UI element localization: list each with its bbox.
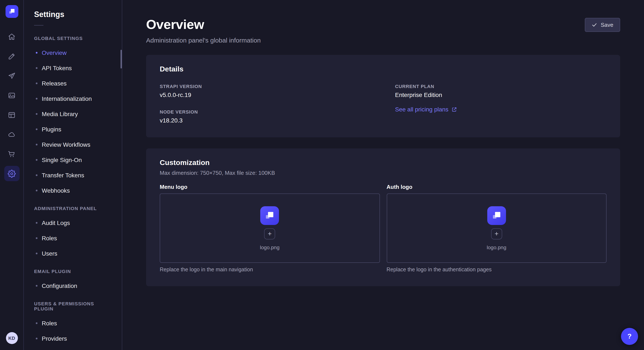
customization-card: Customization Max dimension: 750×750, Ma… bbox=[146, 149, 620, 286]
menu-logo-add-button[interactable]: + bbox=[264, 228, 275, 239]
scrollbar-thumb[interactable] bbox=[120, 50, 122, 68]
releases-icon[interactable] bbox=[4, 68, 20, 83]
menu-logo-dropzone[interactable]: + logo.png bbox=[160, 193, 380, 263]
bullet-dot bbox=[36, 67, 38, 69]
sidebar-item-label: Releases bbox=[42, 80, 67, 87]
bullet-dot bbox=[36, 98, 38, 100]
bullet-dot bbox=[36, 113, 38, 115]
section-label: GLOBAL SETTINGS bbox=[24, 36, 122, 41]
cloud-icon[interactable] bbox=[4, 127, 20, 142]
main-nav-rail: KD bbox=[0, 0, 24, 350]
details-column-left: STRAPI VERSION v5.0.0-rc.19 NODE VERSION… bbox=[160, 84, 371, 124]
bullet-dot bbox=[36, 285, 38, 287]
sidebar-item-plugins[interactable]: Plugins bbox=[24, 122, 122, 137]
strapi-mark-icon bbox=[491, 210, 502, 221]
subnav-header: Settings bbox=[24, 0, 122, 25]
check-icon bbox=[592, 22, 597, 28]
sidebar-item-label: Review Workflows bbox=[42, 141, 90, 148]
customization-card-subtitle: Max dimension: 750×750, Max file size: 1… bbox=[160, 170, 606, 176]
sidebar-item-transfer-tokens[interactable]: Transfer Tokens bbox=[24, 168, 122, 183]
strapi-logo[interactable] bbox=[5, 5, 18, 18]
node-version-field: NODE VERSION v18.20.3 bbox=[160, 109, 371, 124]
sidebar-item-label: Providers bbox=[42, 335, 67, 342]
pricing-plans-link[interactable]: See all pricing plans bbox=[395, 106, 457, 113]
field-value: v18.20.3 bbox=[160, 117, 371, 124]
menu-logo-preview bbox=[260, 206, 279, 225]
pricing-plans-link-label: See all pricing plans bbox=[395, 106, 448, 113]
help-button[interactable]: ? bbox=[621, 328, 638, 345]
nav-section-global-settings: GLOBAL SETTINGS Overview API Tokens Rele… bbox=[24, 36, 122, 198]
details-column-right: CURRENT PLAN Enterprise Edition See all … bbox=[395, 84, 606, 124]
sidebar-item-label: Single Sign-On bbox=[42, 157, 82, 163]
sidebar-item-media-library[interactable]: Media Library bbox=[24, 106, 122, 122]
home-icon[interactable] bbox=[4, 29, 20, 44]
details-grid: STRAPI VERSION v5.0.0-rc.19 NODE VERSION… bbox=[160, 84, 606, 124]
auth-logo-preview bbox=[487, 206, 506, 225]
page-header: Overview Administration panel’s global i… bbox=[146, 17, 620, 44]
bullet-dot bbox=[36, 82, 38, 84]
bullet-dot bbox=[36, 52, 38, 54]
external-link-icon bbox=[452, 107, 457, 112]
field-label: NODE VERSION bbox=[160, 109, 371, 114]
save-button-label: Save bbox=[601, 22, 613, 28]
sidebar-item-label: Users bbox=[42, 250, 57, 257]
strapi-mark-icon bbox=[8, 8, 16, 15]
sidebar-item-internationalization[interactable]: Internationalization bbox=[24, 91, 122, 106]
sidebar-item-single-sign-on[interactable]: Single Sign-On bbox=[24, 152, 122, 168]
bullet-dot bbox=[36, 222, 38, 224]
menu-logo-label: Menu logo bbox=[160, 184, 380, 190]
sidebar-item-admin-users[interactable]: Users bbox=[24, 246, 122, 261]
bullet-dot bbox=[36, 322, 38, 324]
sidebar-item-label: API Tokens bbox=[42, 65, 72, 71]
bullet-dot bbox=[36, 144, 38, 146]
settings-subnav: Settings GLOBAL SETTINGS Overview API To… bbox=[24, 0, 122, 350]
marketplace-icon[interactable] bbox=[4, 146, 20, 162]
question-mark-icon: ? bbox=[628, 333, 632, 340]
subnav-title: Settings bbox=[34, 10, 112, 19]
strapi-version-field: STRAPI VERSION v5.0.0-rc.19 bbox=[160, 84, 371, 98]
field-label: STRAPI VERSION bbox=[160, 84, 371, 89]
save-button[interactable]: Save bbox=[585, 18, 620, 32]
sidebar-item-up-providers[interactable]: Providers bbox=[24, 331, 122, 346]
sidebar-item-label: Audit Logs bbox=[42, 219, 70, 226]
nav-section-email-plugin: EMAIL PLUGIN Configuration bbox=[24, 269, 122, 293]
nav-section-users-permissions-plugin: USERS & PERMISSIONS PLUGIN Roles Provide… bbox=[24, 301, 122, 346]
user-avatar[interactable]: KD bbox=[6, 332, 18, 344]
rail-icon-list bbox=[4, 29, 20, 181]
sidebar-item-up-roles[interactable]: Roles bbox=[24, 316, 122, 331]
settings-icon[interactable] bbox=[4, 166, 20, 181]
sidebar-item-overview[interactable]: Overview bbox=[24, 45, 122, 60]
field-value: v5.0.0-rc.19 bbox=[160, 91, 371, 98]
logo-upload-grid: Menu logo + logo.png Replace the logo in… bbox=[160, 184, 606, 273]
content-manager-icon[interactable] bbox=[4, 107, 20, 123]
section-label: EMAIL PLUGIN bbox=[24, 269, 122, 274]
sidebar-item-label: Media Library bbox=[42, 111, 78, 117]
auth-logo-dropzone[interactable]: + logo.png bbox=[386, 193, 606, 263]
sidebar-item-webhooks[interactable]: Webhooks bbox=[24, 183, 122, 198]
sidebar-item-audit-logs[interactable]: Audit Logs bbox=[24, 215, 122, 230]
menu-logo-tile: Menu logo + logo.png Replace the logo in… bbox=[160, 184, 380, 273]
auth-logo-add-button[interactable]: + bbox=[491, 228, 502, 239]
customization-card-title: Customization bbox=[160, 159, 606, 167]
content-type-builder-icon[interactable] bbox=[4, 48, 20, 64]
sidebar-item-label: Overview bbox=[42, 49, 67, 56]
bullet-dot bbox=[36, 237, 38, 239]
sidebar-item-api-tokens[interactable]: API Tokens bbox=[24, 60, 122, 76]
nav-section-administration-panel: ADMINISTRATION PANEL Audit Logs Roles Us… bbox=[24, 206, 122, 261]
bullet-dot bbox=[36, 190, 38, 191]
section-label: USERS & PERMISSIONS PLUGIN bbox=[24, 301, 122, 311]
bullet-dot bbox=[36, 159, 38, 161]
page: KD Settings GLOBAL SETTINGS Overview API… bbox=[0, 0, 644, 350]
sidebar-item-releases[interactable]: Releases bbox=[24, 76, 122, 91]
page-title: Overview bbox=[146, 17, 261, 32]
details-card: Details STRAPI VERSION v5.0.0-rc.19 NODE… bbox=[146, 55, 620, 137]
media-library-icon[interactable] bbox=[4, 88, 20, 103]
sidebar-item-email-configuration[interactable]: Configuration bbox=[24, 278, 122, 293]
sidebar-item-admin-roles[interactable]: Roles bbox=[24, 230, 122, 246]
sidebar-item-review-workflows[interactable]: Review Workflows bbox=[24, 137, 122, 152]
sidebar-item-label: Transfer Tokens bbox=[42, 172, 84, 178]
main-content: Overview Administration panel’s global i… bbox=[122, 0, 644, 350]
bullet-dot bbox=[36, 128, 38, 130]
bullet-dot bbox=[36, 338, 38, 339]
sidebar-item-label: Roles bbox=[42, 235, 57, 242]
